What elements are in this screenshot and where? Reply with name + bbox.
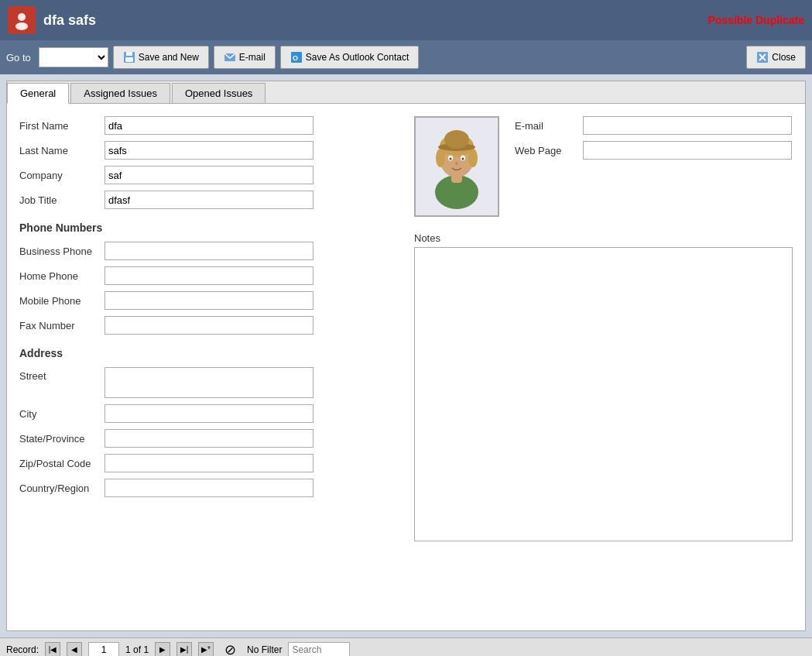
company-label: Company <box>19 170 104 181</box>
duplicate-warning: Possible Duplicate <box>708 14 804 26</box>
home-phone-row: Home Phone <box>19 266 391 285</box>
home-phone-label: Home Phone <box>19 270 104 282</box>
nav-prev-button[interactable]: ◀ <box>67 642 82 657</box>
company-row: Company <box>19 166 391 184</box>
state-row: State/Province <box>19 429 391 448</box>
tab-container: General Assigned Issues Opened Issues Fi… <box>6 81 806 631</box>
country-row: Country/Region <box>19 479 391 497</box>
zip-row: Zip/Postal Code <box>19 454 391 472</box>
tab-content-general: First Name Last Name Company Job Title <box>7 104 805 630</box>
country-input[interactable] <box>104 479 313 497</box>
filter-section: ⊘ No Filter <box>224 641 282 657</box>
notes-section: Notes <box>414 232 793 544</box>
svg-point-25 <box>455 162 458 166</box>
save-new-label: Save and New <box>139 52 199 63</box>
email-button[interactable]: E-mail <box>214 46 276 69</box>
last-name-input[interactable] <box>104 141 313 160</box>
save-new-icon <box>123 51 135 64</box>
save-outlook-label: Save As Outlook Contact <box>306 52 409 63</box>
person-avatar-image <box>422 124 492 209</box>
email-icon <box>224 51 236 64</box>
nav-next-button[interactable]: ▶ <box>155 642 170 657</box>
record-label: Record: <box>6 644 39 655</box>
job-title-input[interactable] <box>104 191 313 209</box>
zip-input[interactable] <box>104 454 313 472</box>
mobile-phone-input[interactable] <box>104 291 313 310</box>
business-phone-label: Business Phone <box>19 246 104 257</box>
right-section: E-mail Web Page Notes <box>414 116 793 544</box>
last-name-row: Last Name <box>19 141 391 160</box>
svg-point-24 <box>462 158 464 160</box>
filter-label: No Filter <box>247 644 282 655</box>
status-bar: Record: |◀ ◀ 1 of 1 ▶ ▶| ▶* ⊘ No Filter <box>0 637 812 656</box>
svg-text:O: O <box>293 54 298 62</box>
email-row: E-mail <box>515 116 792 135</box>
nav-first-button[interactable]: |◀ <box>45 642 60 657</box>
notes-textarea[interactable] <box>414 247 793 541</box>
first-name-label: First Name <box>19 120 104 132</box>
left-section: First Name Last Name Company Job Title <box>19 116 391 544</box>
mobile-phone-label: Mobile Phone <box>19 295 104 307</box>
svg-point-20 <box>444 130 469 149</box>
street-label: Street <box>19 370 104 382</box>
tab-assigned-issues[interactable]: Assigned Issues <box>70 83 170 103</box>
close-icon <box>756 51 769 64</box>
home-phone-input[interactable] <box>104 266 313 285</box>
save-outlook-button[interactable]: O Save As Outlook Contact <box>280 46 419 69</box>
title-bar: dfa safs Possible Duplicate <box>0 0 812 40</box>
company-input[interactable] <box>104 166 313 184</box>
webpage-label: Web Page <box>515 145 577 156</box>
tab-bar: General Assigned Issues Opened Issues <box>7 81 805 104</box>
email-input[interactable] <box>583 116 792 135</box>
record-total: 1 of 1 <box>125 644 149 655</box>
right-top: E-mail Web Page <box>414 116 793 217</box>
record-number-input[interactable] <box>88 642 119 657</box>
street-input[interactable] <box>104 367 313 398</box>
avatar <box>414 116 499 217</box>
goto-select[interactable] <box>39 47 108 67</box>
goto-label: Go to <box>6 52 31 64</box>
svg-rect-5 <box>125 57 133 62</box>
search-input[interactable] <box>288 642 350 657</box>
fax-number-row: Fax Number <box>19 316 391 335</box>
svg-point-1 <box>18 13 26 21</box>
svg-point-2 <box>15 22 28 30</box>
svg-point-18 <box>468 149 478 167</box>
right-form: E-mail Web Page <box>515 116 792 160</box>
svg-point-17 <box>436 149 445 167</box>
fax-number-input[interactable] <box>104 316 313 335</box>
state-label: State/Province <box>19 433 104 445</box>
close-button[interactable]: Close <box>746 46 806 69</box>
business-phone-row: Business Phone <box>19 242 391 260</box>
first-name-input[interactable] <box>104 116 313 135</box>
last-name-label: Last Name <box>19 145 104 156</box>
city-label: City <box>19 408 104 420</box>
job-title-row: Job Title <box>19 191 391 209</box>
filter-icon: ⊘ <box>224 641 236 657</box>
tab-general[interactable]: General <box>7 83 69 104</box>
close-label: Close <box>772 52 796 63</box>
app-title: dfa safs <box>43 12 96 29</box>
state-input[interactable] <box>104 429 313 448</box>
nav-last-button[interactable]: ▶| <box>176 642 192 657</box>
city-row: City <box>19 404 391 423</box>
first-name-row: First Name <box>19 116 391 135</box>
address-section-heading: Address <box>19 347 391 359</box>
business-phone-input[interactable] <box>104 242 313 260</box>
street-row: Street <box>19 367 391 398</box>
svg-rect-4 <box>126 52 132 56</box>
phone-section-heading: Phone Numbers <box>19 222 391 234</box>
city-input[interactable] <box>104 404 313 423</box>
save-new-button[interactable]: Save and New <box>113 46 209 69</box>
svg-point-23 <box>450 158 452 160</box>
job-title-label: Job Title <box>19 194 104 206</box>
main-content: General Assigned Issues Opened Issues Fi… <box>0 74 812 637</box>
outlook-icon: O <box>290 51 303 64</box>
tab-opened-issues[interactable]: Opened Issues <box>172 83 266 103</box>
fax-number-label: Fax Number <box>19 320 104 331</box>
mobile-phone-row: Mobile Phone <box>19 291 391 310</box>
nav-new-button[interactable]: ▶* <box>198 642 214 657</box>
email-label: E-mail <box>515 120 577 132</box>
zip-label: Zip/Postal Code <box>19 458 104 469</box>
webpage-input[interactable] <box>583 141 792 160</box>
